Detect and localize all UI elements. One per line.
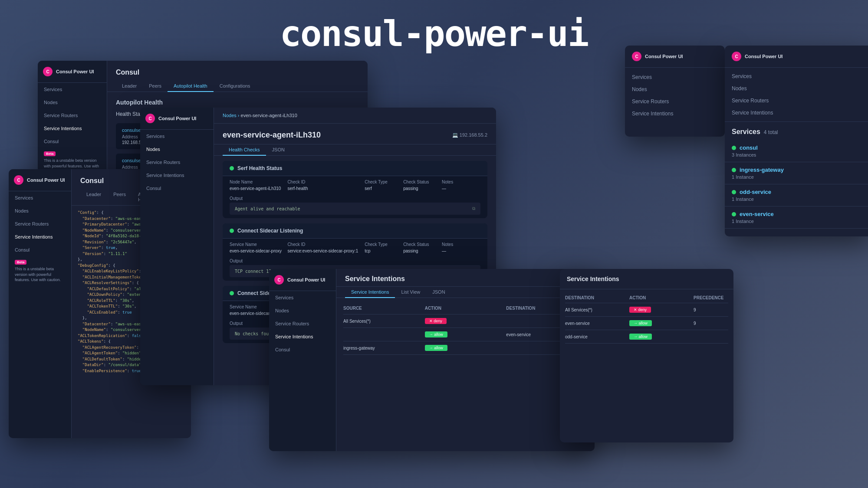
panel4-logo: C Consul Power UI [269, 269, 336, 291]
panel2-logo: C Consul Power UI [140, 108, 214, 130]
panel5-nav-nodes[interactable]: Nodes [725, 82, 868, 95]
autopilot-section-title: Autopilot Health [116, 99, 359, 106]
serf-copy-icon[interactable]: ⧉ [472, 206, 475, 211]
sl-output-label: Output [230, 259, 480, 263]
panel4-nav-consul[interactable]: Consul [269, 343, 336, 356]
panel6-nav-routers[interactable]: Service Routers [625, 95, 725, 108]
services-title-row: Services 4 total [725, 122, 868, 140]
panel1-nav-consul[interactable]: Consul [38, 135, 107, 148]
panel3-nav-routers[interactable]: Service Routers [9, 217, 71, 230]
panel3-sidebar: C Consul Power UI Services Nodes Service… [9, 169, 72, 438]
panel7-table: DESTINATION ACTION PRECEDENCE All Servic… [560, 289, 733, 347]
panel3-nav-intentions[interactable]: Service Intentions [9, 230, 71, 243]
p7-action-header: ACTION [629, 295, 694, 300]
panel4-nav-intentions[interactable]: Service Intentions [269, 330, 336, 343]
panel6-title: Consul Power UI [645, 54, 683, 59]
tab-config[interactable]: Configurations [214, 81, 256, 92]
p7-prec-1: 9 [694, 321, 728, 326]
panel1-nav-services[interactable]: Services [38, 83, 107, 96]
tab-health-checks[interactable]: Health Checks [223, 144, 266, 156]
panel-intentions: C Consul Power UI Services Nodes Service… [269, 269, 595, 451]
tab-peers[interactable]: Peers [143, 81, 168, 92]
breadcrumb-separator: › [238, 113, 241, 118]
services-count: 4 total [764, 129, 778, 135]
p7-allow-1: → allow [629, 320, 652, 326]
check-section-serf: Serf Health Status Node Name even-servic… [223, 161, 487, 218]
panel2-nav-consul[interactable]: Consul [140, 182, 214, 195]
service-name-odd: odd-service [740, 189, 771, 195]
tab-list-view[interactable]: List View [395, 287, 426, 298]
service-item-ingress[interactable]: ingress-gateway 1 Instance [725, 162, 868, 184]
panel3-nav-services[interactable]: Services [9, 191, 71, 204]
panel1-nav-routers[interactable]: Service Routers [38, 109, 107, 122]
p7-row-0[interactable]: All Services(*) ✕ deny 9 [565, 303, 728, 317]
intentions-row-0[interactable]: All Services(*) ✕ deny [343, 314, 588, 328]
sl-checkid-label: Check ID [287, 242, 365, 249]
intentions-title: Service Intentions [336, 269, 595, 287]
tab-autopilot[interactable]: Autopilot Health [168, 81, 214, 92]
p3-tab-leader[interactable]: Leader [80, 189, 107, 206]
services-main-title: Services [732, 128, 760, 136]
service-instances-even: 1 Instance [732, 219, 865, 224]
panel4-nav-services[interactable]: Services [269, 291, 336, 304]
serf-type-value: serf [365, 186, 403, 191]
panel6-nav-nodes[interactable]: Nodes [625, 83, 725, 95]
breadcrumb-nodes[interactable]: Nodes [223, 113, 237, 118]
panel3-beta-warning: This is a unstable beta version with pow… [9, 266, 71, 287]
p3-tab-peers[interactable]: Peers [107, 189, 132, 206]
service-instances-ingress: 1 Instance [732, 174, 865, 180]
panel1-beta-badge: Beta [44, 151, 56, 156]
p7-dest-2: odd-service [565, 334, 629, 339]
tab-intentions-json[interactable]: JSON [426, 287, 451, 298]
tab-service-intentions[interactable]: Service Intentions [345, 287, 395, 298]
p7-row-1[interactable]: even-service → allow 9 [565, 317, 728, 330]
panel3-nav-nodes[interactable]: Nodes [9, 204, 71, 217]
panel5-nav-services[interactable]: Services [725, 70, 868, 82]
panel4-content: Service Intentions Service Intentions Li… [336, 269, 595, 451]
tab-leader[interactable]: Leader [116, 81, 143, 92]
service-item-odd[interactable]: odd-service 1 Instance [725, 184, 868, 206]
tab-json[interactable]: JSON [266, 144, 291, 156]
panel1-logo: C Consul Power UI [38, 61, 107, 83]
sl-notes-label: Notes [442, 242, 480, 249]
health-tab-bar: Health Checks JSON [214, 144, 496, 156]
panel1-nav-nodes[interactable]: Nodes [38, 96, 107, 109]
panel6-nav-intentions[interactable]: Service Intentions [625, 108, 725, 120]
panel5-nav-intentions[interactable]: Service Intentions [725, 107, 868, 119]
p7-prec-0: 9 [694, 308, 728, 312]
service-name-consul: consul [740, 144, 758, 151]
p7-dest-0: All Services(*) [565, 308, 629, 312]
sl-type-label: Check Type [365, 242, 403, 249]
panel2-nav-services[interactable]: Services [140, 130, 214, 143]
p7-row-2[interactable]: odd-service → allow [565, 330, 728, 344]
panel6-nav-services[interactable]: Services [625, 71, 725, 83]
panel2-nav-intentions[interactable]: Service Intentions [140, 169, 214, 182]
service-item-even[interactable]: even-service 1 Instance [725, 206, 868, 229]
serf-output-text: Agent alive and reachable [235, 206, 300, 211]
intentions-row-1[interactable]: → allow even-service [343, 328, 588, 341]
panel4-nav-nodes[interactable]: Nodes [269, 304, 336, 317]
node-ip: 💻 192.168.55.2 [452, 132, 487, 138]
panel1-tabs: Leader Peers Autopilot Health Configurat… [107, 76, 368, 92]
panel-services-list: C Consul Power UI Services Nodes Service… [725, 46, 868, 236]
panel3-nav-consul[interactable]: Consul [9, 243, 71, 256]
service-name-ingress: ingress-gateway [740, 167, 784, 173]
service-item-consul[interactable]: consul 3 Instances [725, 140, 868, 162]
int-source-0: All Services(*) [343, 319, 425, 324]
p7-prec-header: PRECEDENCE [694, 295, 728, 300]
serf-status-label: Check Status [403, 180, 442, 186]
panel4-nav-routers[interactable]: Service Routers [269, 317, 336, 330]
panel2-nav-nodes[interactable]: Nodes [140, 143, 214, 156]
col-source-header: SOURCE [343, 306, 425, 311]
panel2-sidebar: C Consul Power UI Services Nodes Service… [140, 108, 214, 385]
deny-badge-0: ✕ deny [425, 318, 447, 324]
panel5-nav-routers[interactable]: Service Routers [725, 95, 868, 107]
panel2-app-name: Consul Power UI [158, 116, 196, 121]
intentions-row-2[interactable]: ingress-gateway → allow [343, 341, 588, 355]
sidecar-alias-dot [230, 291, 234, 295]
allow-badge-2: → allow [425, 345, 447, 351]
panel2-nav-routers[interactable]: Service Routers [140, 156, 214, 169]
panel1-nav-intentions[interactable]: Service Intentions [38, 122, 107, 135]
p7-allow-2: → allow [629, 334, 652, 340]
panel3-beta-badge: Beta [15, 260, 26, 265]
